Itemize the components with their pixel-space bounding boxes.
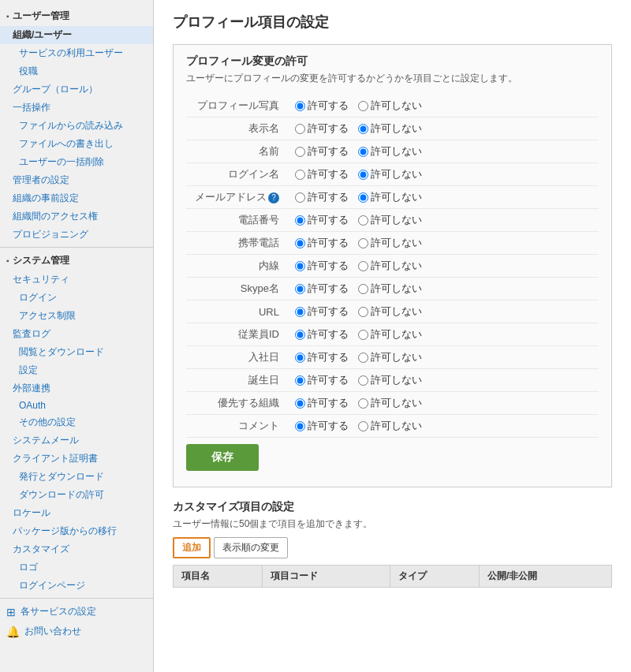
- main-content: プロフィール項目の設定 プロフィール変更の許可 ユーザーにプロフィールの変更を許…: [154, 0, 631, 672]
- radio-allow-8[interactable]: 許可する: [295, 282, 349, 296]
- radio-allow-label-1: 許可する: [308, 121, 349, 136]
- radio-allow-2[interactable]: 許可する: [295, 144, 349, 159]
- sidebar-item-customize[interactable]: カスタマイズ: [0, 540, 153, 558]
- radio-allow-label-8: 許可する: [308, 282, 349, 296]
- radio-allow-10[interactable]: 許可する: [295, 327, 349, 342]
- row-label-1: 表示名: [186, 118, 289, 140]
- info-icon-4[interactable]: ?: [268, 192, 279, 203]
- radio-allow-0[interactable]: 許可する: [295, 99, 349, 113]
- add-button[interactable]: 追加: [173, 537, 211, 558]
- profile-table: プロフィール写真許可する許可しない表示名許可する許可しない名前許可する許可しない…: [186, 95, 599, 438]
- radio-allow-13[interactable]: 許可する: [295, 396, 349, 410]
- radio-allow-6[interactable]: 許可する: [295, 236, 349, 250]
- sidebar-item-login[interactable]: ログイン: [0, 289, 153, 307]
- radio-disallow-8[interactable]: 許可しない: [358, 282, 422, 296]
- row-label-6: 携帯電話: [186, 232, 289, 255]
- radio-disallow-2[interactable]: 許可しない: [358, 144, 422, 159]
- radio-allow-label-14: 許可する: [308, 419, 349, 433]
- order-button[interactable]: 表示順の変更: [214, 537, 288, 558]
- radio-disallow-3[interactable]: 許可しない: [358, 167, 422, 181]
- sidebar-item-all-services[interactable]: ⊞ 各サービスの設定: [0, 602, 153, 622]
- radio-disallow-12[interactable]: 許可しない: [358, 373, 422, 387]
- sidebar-item-file-import[interactable]: ファイルからの読み込み: [0, 117, 153, 135]
- radio-allow-11[interactable]: 許可する: [295, 350, 349, 364]
- sidebar-item-org-preconf[interactable]: 組織の事前設定: [0, 189, 153, 207]
- radio-disallow-1[interactable]: 許可しない: [358, 121, 422, 136]
- row-label-9: URL: [186, 301, 289, 323]
- sidebar-all-services-label: 各サービスの設定: [21, 605, 96, 618]
- radio-disallow-6[interactable]: 許可しない: [358, 236, 422, 250]
- collapse-icon: ▪: [6, 12, 9, 21]
- radio-allow-4[interactable]: 許可する: [295, 190, 349, 204]
- sidebar-item-system-mail[interactable]: システムメール: [0, 431, 153, 450]
- sidebar-item-file-export[interactable]: ファイルへの書き出し: [0, 135, 153, 153]
- radio-group-0: 許可する許可しない: [295, 99, 592, 113]
- sidebar-item-locale[interactable]: ロケール: [0, 504, 153, 522]
- sidebar-item-provisioning[interactable]: プロビジョニング: [0, 226, 153, 244]
- radio-disallow-0[interactable]: 許可しない: [358, 99, 422, 113]
- sidebar-item-login-page[interactable]: ログインページ: [0, 577, 153, 595]
- page-title: プロフィール項目の設定: [173, 13, 612, 32]
- table-row: 携帯電話許可する許可しない: [186, 232, 599, 255]
- row-label-2: 名前: [186, 140, 289, 163]
- col-header-item-code: 項目コード: [263, 566, 390, 588]
- profile-section: プロフィール変更の許可 ユーザーにプロフィールの変更を許可するかどうかを項目ごと…: [173, 44, 612, 487]
- sidebar-item-bulk-ops[interactable]: 一括操作: [0, 99, 153, 117]
- sidebar-item-org-access[interactable]: 組織間のアクセス権: [0, 207, 153, 226]
- sidebar-item-admin-settings[interactable]: 管理者の設定: [0, 171, 153, 189]
- sidebar-item-cert-issue[interactable]: 発行とダウンロード: [0, 468, 153, 486]
- grid-icon: ⊞: [6, 606, 16, 618]
- customize-btn-row: 追加 表示順の変更: [173, 537, 612, 558]
- table-row: 名前許可する許可しない: [186, 140, 599, 163]
- radio-group-10: 許可する許可しない: [295, 327, 592, 342]
- sidebar-item-groups[interactable]: グループ（ロール）: [0, 80, 153, 99]
- table-row: 誕生日許可する許可しない: [186, 369, 599, 392]
- sidebar-item-contact[interactable]: 🔔 お問い合わせ: [0, 622, 153, 641]
- sidebar-item-audit-log[interactable]: 監査ログ: [0, 325, 153, 343]
- sidebar-bottom: ⊞ 各サービスの設定 🔔 お問い合わせ: [0, 602, 153, 641]
- radio-disallow-9[interactable]: 許可しない: [358, 304, 422, 319]
- radio-disallow-label-14: 許可しない: [371, 419, 422, 433]
- radio-group-2: 許可する許可しない: [295, 144, 592, 159]
- radio-allow-7[interactable]: 許可する: [295, 259, 349, 273]
- radio-disallow-5[interactable]: 許可しない: [358, 213, 422, 227]
- radio-allow-label-0: 許可する: [308, 99, 349, 113]
- radio-disallow-14[interactable]: 許可しない: [358, 419, 422, 433]
- sidebar-item-migration[interactable]: パッケージ版からの移行: [0, 522, 153, 540]
- radio-allow-12[interactable]: 許可する: [295, 373, 349, 387]
- radio-disallow-4[interactable]: 許可しない: [358, 190, 422, 204]
- radio-allow-14[interactable]: 許可する: [295, 419, 349, 433]
- sidebar-item-security[interactable]: セキュリティ: [0, 271, 153, 289]
- sidebar-divider: [0, 247, 153, 248]
- sidebar-item-service-users[interactable]: サービスの利用ユーザー: [0, 44, 153, 62]
- radio-allow-3[interactable]: 許可する: [295, 167, 349, 181]
- radio-disallow-11[interactable]: 許可しない: [358, 350, 422, 364]
- radio-disallow-7[interactable]: 許可しない: [358, 259, 422, 273]
- sidebar-item-org-user[interactable]: 組織/ユーザー: [0, 26, 153, 44]
- radio-disallow-label-10: 許可しない: [371, 327, 422, 342]
- sidebar-item-client-cert[interactable]: クライアント証明書: [0, 450, 153, 468]
- row-controls-7: 許可する許可しない: [289, 255, 599, 278]
- sidebar-item-bulk-delete[interactable]: ユーザーの一括削除: [0, 153, 153, 171]
- radio-allow-label-3: 許可する: [308, 167, 349, 181]
- row-controls-5: 許可する許可しない: [289, 209, 599, 232]
- sidebar-item-view-download[interactable]: 閲覧とダウンロード: [0, 343, 153, 361]
- radio-allow-5[interactable]: 許可する: [295, 213, 349, 227]
- radio-disallow-label-6: 許可しない: [371, 236, 422, 250]
- sidebar-item-oauth[interactable]: OAuth: [0, 398, 153, 413]
- sidebar-item-cert-allow[interactable]: ダウンロードの許可: [0, 486, 153, 504]
- radio-disallow-10[interactable]: 許可しない: [358, 327, 422, 342]
- sidebar-item-roles[interactable]: 役職: [0, 62, 153, 80]
- radio-allow-9[interactable]: 許可する: [295, 304, 349, 319]
- sidebar-item-access-limit[interactable]: アクセス制限: [0, 307, 153, 325]
- radio-disallow-13[interactable]: 許可しない: [358, 396, 422, 410]
- row-controls-3: 許可する許可しない: [289, 163, 599, 186]
- row-controls-11: 許可する許可しない: [289, 346, 599, 369]
- sidebar-item-logo[interactable]: ロゴ: [0, 558, 153, 577]
- sidebar-item-other-settings[interactable]: その他の設定: [0, 413, 153, 431]
- save-button[interactable]: 保存: [186, 444, 259, 471]
- sidebar-item-log-settings[interactable]: 設定: [0, 361, 153, 379]
- sidebar-item-external[interactable]: 外部連携: [0, 379, 153, 398]
- radio-allow-1[interactable]: 許可する: [295, 121, 349, 136]
- radio-allow-label-4: 許可する: [308, 190, 349, 204]
